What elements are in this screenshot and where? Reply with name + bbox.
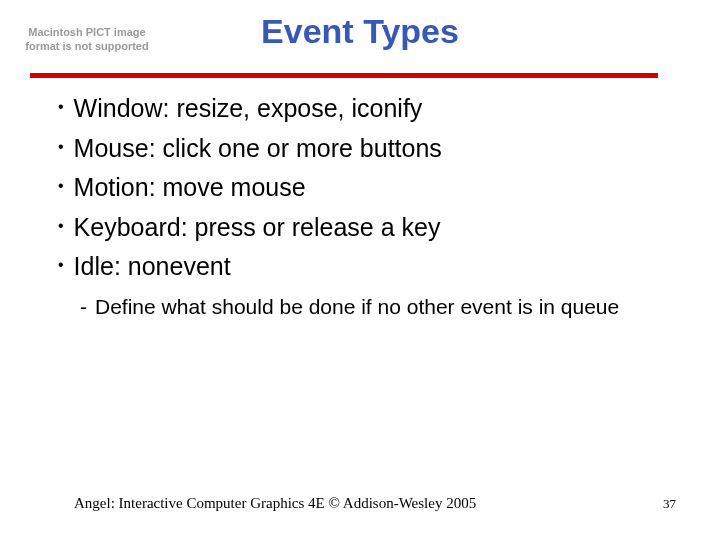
footer-citation: Angel: Interactive Computer Graphics 4E … [74, 495, 476, 512]
bullet-text: Keyboard: press or release a key [74, 211, 441, 244]
bullet-icon: • [58, 211, 64, 241]
bullet-item: • Keyboard: press or release a key [58, 211, 673, 244]
bullet-item: • Mouse: click one or more buttons [58, 132, 673, 165]
page-number: 37 [663, 496, 676, 512]
bullet-item: • Idle: nonevent [58, 250, 673, 283]
bullet-text: Window: resize, expose, iconify [74, 92, 423, 125]
bullet-icon: • [58, 171, 64, 201]
bullet-item: • Motion: move mouse [58, 171, 673, 204]
slide-title: Event Types [0, 12, 720, 51]
slide-body: • Window: resize, expose, iconify • Mous… [58, 92, 673, 320]
bullet-icon: • [58, 250, 64, 280]
sub-bullet-item: - Define what should be done if no other… [80, 293, 640, 320]
bullet-item: • Window: resize, expose, iconify [58, 92, 673, 125]
bullet-text: Idle: nonevent [74, 250, 231, 283]
sub-bullet-text: Define what should be done if no other e… [95, 293, 619, 320]
divider-rule [30, 73, 658, 78]
bullet-icon: • [58, 92, 64, 122]
bullet-text: Mouse: click one or more buttons [74, 132, 442, 165]
dash-icon: - [80, 293, 87, 320]
bullet-icon: • [58, 132, 64, 162]
bullet-text: Motion: move mouse [74, 171, 306, 204]
